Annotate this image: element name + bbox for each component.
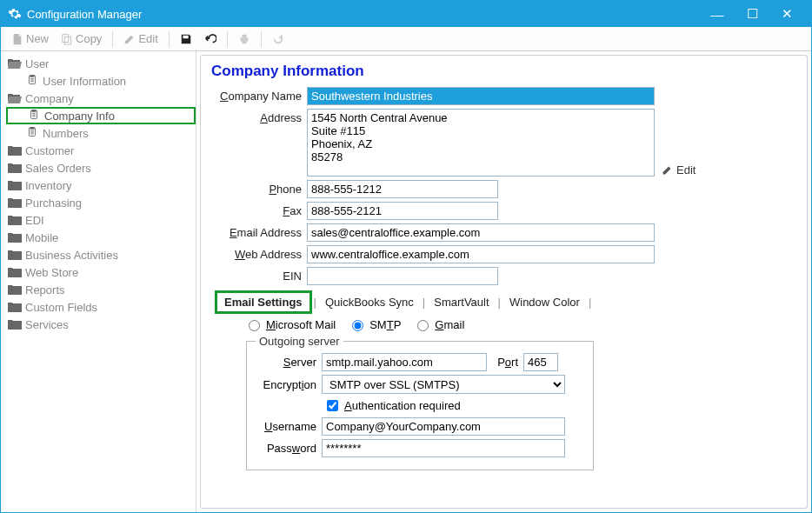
copy-label: Copy xyxy=(76,32,102,45)
sidebar-item-purchasing[interactable]: Purchasing xyxy=(6,194,196,211)
email-input[interactable] xyxy=(307,223,655,242)
sidebar-item-custom-fields[interactable]: Custom Fields xyxy=(6,298,196,316)
radio-microsoft-mail[interactable]: Microsoft Mail xyxy=(244,317,336,331)
sidebar-item-web-store[interactable]: Web Store xyxy=(6,263,196,281)
sidebar-item-user-information[interactable]: User Information xyxy=(6,72,196,90)
label-ein: EIN xyxy=(210,267,307,283)
port-input[interactable] xyxy=(523,353,558,371)
save-button[interactable] xyxy=(175,31,197,47)
label-phone: Phone xyxy=(210,180,307,196)
page-title: Company Information xyxy=(211,63,798,80)
edit-address-label: Edit xyxy=(676,163,696,177)
label-company-name: Company Name xyxy=(210,87,307,103)
print-button[interactable] xyxy=(233,31,256,47)
save-icon xyxy=(180,33,192,45)
content-panel: Company Information Company Name Address… xyxy=(200,55,808,509)
address-input[interactable] xyxy=(307,109,655,177)
tab-window-color[interactable]: Window Color xyxy=(503,293,587,311)
sidebar-item-business-activities[interactable]: Business Activities xyxy=(6,246,196,263)
window-title: Configuration Manager xyxy=(27,8,142,21)
phone-input[interactable] xyxy=(307,180,498,198)
password-input[interactable] xyxy=(322,439,565,457)
new-button[interactable]: New xyxy=(6,30,54,47)
company-name-input[interactable] xyxy=(307,87,655,105)
sidebar-item-sales-orders[interactable]: Sales Orders xyxy=(6,159,196,177)
svg-rect-3 xyxy=(242,34,246,37)
sidebar-item-edi[interactable]: EDI xyxy=(6,211,196,229)
maximize-button[interactable]: ☐ xyxy=(735,6,769,22)
outgoing-server-fieldset: Outgoing server Server Port Encryption S… xyxy=(246,335,594,470)
sidebar-item-services[interactable]: Services xyxy=(6,316,196,333)
undo-button[interactable] xyxy=(199,31,222,47)
svg-rect-6 xyxy=(30,75,34,77)
new-label: New xyxy=(26,32,49,45)
ein-input[interactable] xyxy=(307,267,498,285)
tab-smartvault[interactable]: SmartVault xyxy=(427,293,496,311)
radio-smtp[interactable]: SMTP xyxy=(348,317,401,331)
sidebar-item-reports[interactable]: Reports xyxy=(6,281,196,298)
edit-button[interactable]: Edit xyxy=(118,30,163,47)
label-port: Port xyxy=(492,356,518,369)
pencil-icon xyxy=(662,164,673,176)
toolbar: New Copy Edit xyxy=(1,27,811,51)
radio-gmail[interactable]: Gmail xyxy=(413,317,464,331)
tab-quickbooks-sync[interactable]: QuickBooks Sync xyxy=(318,293,421,311)
label-server: Server xyxy=(256,356,316,369)
minimize-button[interactable]: — xyxy=(700,7,735,22)
printer-icon xyxy=(238,33,250,45)
tab-email-settings[interactable]: Email Settings xyxy=(215,290,312,314)
label-address: Address xyxy=(210,109,307,124)
sidebar-item-company[interactable]: Company xyxy=(6,90,196,107)
sidebar-item-company-info[interactable]: Company Info xyxy=(6,107,196,124)
sidebar-item-customer[interactable]: Customer xyxy=(6,142,196,159)
label-auth: Authentication required xyxy=(344,399,461,412)
username-input[interactable] xyxy=(322,417,565,436)
label-username: Username xyxy=(256,420,316,433)
auth-required-checkbox[interactable] xyxy=(327,400,338,411)
edit-address-button[interactable]: Edit xyxy=(662,163,696,177)
email-settings-panel: Microsoft Mail SMTP Gmail Outgoing serve… xyxy=(244,317,798,470)
outgoing-legend: Outgoing server xyxy=(256,335,343,348)
label-password: Password xyxy=(256,442,316,455)
label-encryption: Encryption xyxy=(256,378,316,391)
sidebar-item-user[interactable]: User xyxy=(6,55,196,72)
svg-rect-0 xyxy=(63,34,69,42)
edit-label: Edit xyxy=(138,32,157,45)
close-button[interactable]: ✕ xyxy=(769,6,804,22)
titlebar: Configuration Manager — ☐ ✕ xyxy=(1,1,811,27)
pencil-icon xyxy=(123,33,136,45)
server-input[interactable] xyxy=(322,353,487,371)
refresh-icon xyxy=(272,33,284,45)
web-input[interactable] xyxy=(307,245,655,263)
tab-bar: Email Settings|QuickBooks Sync|SmartVaul… xyxy=(215,290,798,314)
undo-icon xyxy=(204,33,216,45)
label-email: Email Address xyxy=(210,223,307,239)
sidebar-item-mobile[interactable]: Mobile xyxy=(6,229,196,246)
sidebar-item-inventory[interactable]: Inventory xyxy=(6,177,196,194)
encryption-select[interactable]: SMTP over SSL (SMTPS) xyxy=(322,375,565,394)
fax-input[interactable] xyxy=(307,202,498,220)
copy-button[interactable]: Copy xyxy=(56,30,107,47)
copy-icon xyxy=(61,33,73,45)
label-web: Web Address xyxy=(210,245,307,261)
sidebar-item-numbers[interactable]: Numbers xyxy=(6,124,196,142)
file-icon xyxy=(11,33,23,45)
svg-rect-10 xyxy=(30,127,34,130)
app-window: Configuration Manager — ☐ ✕ New Copy Edi… xyxy=(0,0,812,513)
svg-rect-4 xyxy=(242,40,246,43)
sidebar-tree: UserUser InformationCompanyCompany InfoN… xyxy=(1,51,196,512)
svg-rect-1 xyxy=(64,37,70,44)
label-fax: Fax xyxy=(210,202,307,217)
refresh-button[interactable] xyxy=(267,31,290,47)
gear-icon xyxy=(8,7,22,21)
svg-rect-8 xyxy=(31,110,36,112)
